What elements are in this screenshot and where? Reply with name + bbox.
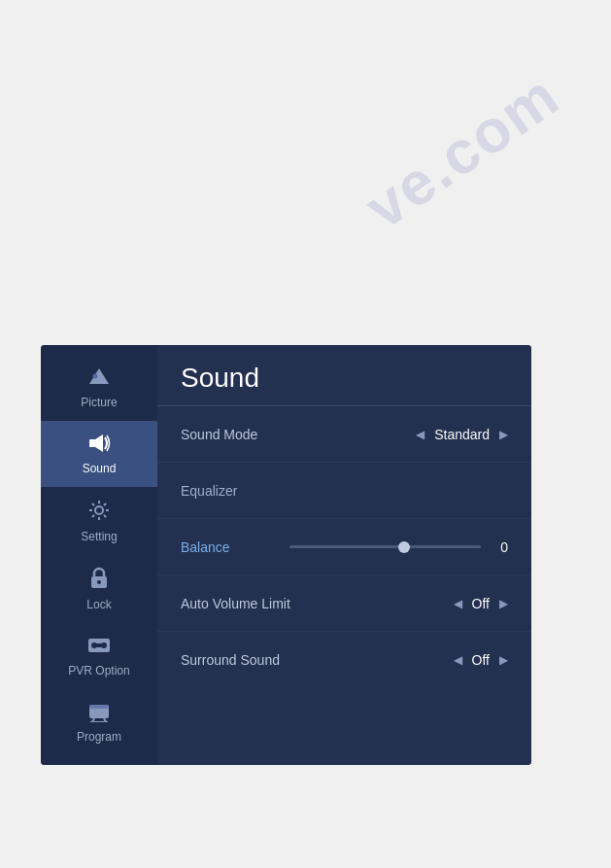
- svg-rect-10: [96, 643, 102, 647]
- sidebar-item-setting-label: Setting: [81, 530, 117, 543]
- auto-volume-limit-value: Off: [472, 596, 490, 611]
- svg-rect-12: [89, 705, 109, 709]
- equalizer-row[interactable]: Equalizer: [157, 463, 531, 519]
- equalizer-label: Equalizer: [181, 483, 508, 499]
- sidebar: Picture Sound Setting: [41, 345, 157, 765]
- balance-label: Balance: [181, 539, 289, 555]
- sound-mode-value-group: ◀ Standard ▶: [416, 427, 508, 442]
- surround-sound-arrow-right[interactable]: ▶: [499, 653, 508, 667]
- auto-volume-limit-label: Auto Volume Limit: [181, 596, 454, 611]
- auto-volume-limit-arrow-left[interactable]: ◀: [454, 597, 462, 610]
- sound-mode-row: Sound Mode ◀ Standard ▶: [157, 406, 531, 463]
- pvr-icon: [87, 635, 111, 660]
- sidebar-item-pvr-label: PVR Option: [68, 664, 129, 677]
- svg-marker-3: [95, 434, 103, 452]
- auto-volume-limit-row: Auto Volume Limit ◀ Off ▶: [157, 575, 531, 632]
- balance-slider-container: 0: [289, 539, 508, 555]
- sound-mode-label: Sound Mode: [181, 427, 416, 442]
- program-icon: [87, 701, 111, 726]
- auto-volume-limit-arrow-right[interactable]: ▶: [499, 597, 508, 610]
- sound-icon: [87, 433, 111, 458]
- picture-icon: [87, 366, 111, 392]
- sidebar-item-sound-label: Sound: [83, 462, 117, 475]
- lock-icon: [89, 567, 109, 594]
- menu-rows: Sound Mode ◀ Standard ▶ Equalizer Balanc…: [157, 406, 531, 688]
- sidebar-item-sound[interactable]: Sound: [41, 421, 157, 487]
- setting-icon: [87, 499, 111, 526]
- sound-mode-arrow-left[interactable]: ◀: [416, 428, 424, 441]
- surround-sound-row: Surround Sound ◀ Off ▶: [157, 632, 531, 688]
- svg-point-4: [95, 506, 103, 514]
- sidebar-item-lock-label: Lock: [86, 598, 111, 611]
- svg-point-6: [97, 580, 101, 584]
- auto-volume-limit-value-group: ◀ Off ▶: [454, 596, 508, 611]
- balance-slider-track[interactable]: [289, 545, 481, 548]
- balance-slider-thumb[interactable]: [398, 541, 410, 553]
- sidebar-item-program-label: Program: [77, 730, 121, 744]
- surround-sound-value: Off: [472, 652, 490, 668]
- sidebar-item-program[interactable]: Program: [41, 689, 157, 755]
- balance-value: 0: [489, 539, 508, 555]
- sidebar-item-lock[interactable]: Lock: [41, 555, 157, 623]
- sidebar-item-pvr-option[interactable]: PVR Option: [41, 623, 157, 689]
- page-title: Sound: [181, 363, 508, 394]
- svg-marker-0: [89, 368, 109, 384]
- main-header: Sound: [157, 345, 531, 406]
- sound-mode-value: Standard: [434, 427, 490, 442]
- watermark: ve.com: [353, 60, 572, 243]
- surround-sound-arrow-left[interactable]: ◀: [454, 653, 462, 667]
- balance-row: Balance 0: [157, 519, 531, 575]
- sidebar-item-picture-label: Picture: [81, 396, 117, 409]
- sidebar-item-setting[interactable]: Setting: [41, 487, 157, 555]
- surround-sound-label: Surround Sound: [181, 652, 454, 668]
- surround-sound-value-group: ◀ Off ▶: [454, 652, 508, 668]
- sidebar-item-picture[interactable]: Picture: [41, 355, 157, 421]
- main-content: Sound Sound Mode ◀ Standard ▶ Equalizer …: [157, 345, 531, 765]
- menu-container: Picture Sound Setting: [41, 345, 531, 765]
- svg-point-1: [93, 374, 98, 379]
- sound-mode-arrow-right[interactable]: ▶: [499, 428, 508, 441]
- svg-rect-2: [89, 439, 95, 447]
